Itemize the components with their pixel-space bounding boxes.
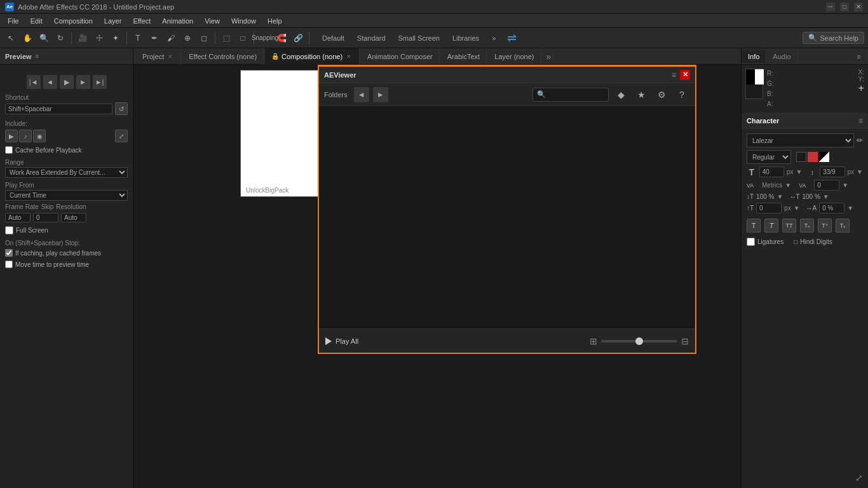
puppet-tool[interactable]: ✦ [109,31,123,45]
menu-effect[interactable]: Effect [128,16,156,26]
workspace-overflow[interactable]: » [488,33,499,43]
shortcut-reset[interactable]: ↺ [115,102,128,115]
move-time-checkbox[interactable] [5,261,13,268]
tracking-field[interactable]: 0 % [819,203,844,214]
prev-frame-btn[interactable]: ◄ [43,75,57,89]
style-bold[interactable]: T [747,219,761,233]
fr-val-zero[interactable]: 0 [33,213,58,222]
hand-tool[interactable]: ✋ [20,31,34,45]
hscale-dropdown[interactable]: ▼ [823,193,829,200]
size-slider[interactable] [601,340,677,342]
aeviewer-diamond-icon[interactable]: ◆ [613,86,629,103]
play-from-select[interactable]: Current Time [5,190,128,201]
range-select[interactable]: Work Area Extended By Current... [5,167,128,178]
menu-view[interactable]: View [200,16,225,26]
baseline-dropdown[interactable]: ▼ [794,205,800,212]
tab-effect-controls[interactable]: Effect Controls (none) [182,48,264,65]
style-italic[interactable]: T [764,219,778,233]
lock-icon[interactable]: 🔗 [291,31,305,45]
ligatures-checkbox[interactable] [747,238,755,246]
aeviewer-back-btn[interactable]: ◄ [354,87,369,102]
menu-file[interactable]: File [3,16,24,26]
style-super[interactable]: Tˣ [818,219,832,233]
mask-tool[interactable]: ⬚ [219,31,233,45]
menu-edit[interactable]: Edit [25,16,48,26]
maximize-button[interactable]: □ [840,3,849,11]
tab-project-close[interactable]: ✕ [166,53,174,60]
tab-composition[interactable]: 🔒 Composition (none) ✕ [265,48,360,65]
font-style-select[interactable]: Regular [747,150,791,164]
step-back-btn[interactable]: |◄ [27,75,41,89]
style-sub[interactable]: Tᵧ [836,219,850,233]
color-swatch-dark[interactable] [796,152,806,162]
kerning-field[interactable]: 0 [814,180,839,191]
workspace-small-screen[interactable]: Small Screen [395,33,444,43]
search-help-box[interactable]: 🔍 Search Help [803,32,864,44]
select-tool[interactable]: ↖ [4,31,18,45]
aeviewer-gear-icon[interactable]: ⚙ [653,86,670,103]
aeviewer-menu[interactable]: ≡ [672,71,676,79]
if-caching-checkbox[interactable] [5,249,13,257]
aeviewer-help-icon[interactable]: ? [674,86,690,103]
snapping-btn[interactable]: Snapping [258,31,272,45]
aeviewer-close-btn[interactable]: ✕ [680,70,690,80]
size-dropdown-btn[interactable]: ▼ [796,168,803,175]
pen-tool[interactable]: ✒ [147,31,161,45]
play-all-button[interactable]: Play All [325,337,358,345]
shortcut-input[interactable]: Shift+Spacebar ↺ [5,102,128,115]
fr-val-auto2[interactable]: Auto [61,213,86,222]
next-frame-btn[interactable]: ► [76,75,90,89]
include-expand[interactable]: ⤢ [115,130,128,142]
titlebar-controls[interactable]: ─ □ ✕ [826,3,863,11]
clone-tool[interactable]: ⊕ [180,31,194,45]
eraser-tool[interactable]: ◻ [197,31,211,45]
cache-checkbox-row[interactable]: Cache Before Playback [5,146,128,154]
menu-animation[interactable]: Animation [157,16,198,26]
aeviewer-search[interactable]: 🔍 [532,88,609,102]
menu-layer[interactable]: Layer [99,16,127,26]
tab-audio[interactable]: Audio [766,50,797,63]
cache-checkbox[interactable] [5,146,13,154]
leading-dropdown[interactable]: ▼ [857,168,863,175]
tab-animation-composer[interactable]: Animation Composer [361,48,440,65]
shortcut-field[interactable]: Shift+Spacebar [5,104,112,114]
include-video[interactable]: ▶ [5,130,18,142]
close-button[interactable]: ✕ [854,3,863,11]
switch-btn[interactable]: ⇌ [507,31,517,45]
include-overlay[interactable]: ◉ [33,130,46,142]
play-btn[interactable]: ▶ [60,75,74,89]
h-scale-field[interactable]: 100 % [802,193,820,200]
tab-info[interactable]: Info [742,50,766,63]
move-time-row[interactable]: Move time to preview time [5,261,128,268]
tab-overflow[interactable]: » [543,51,555,62]
step-fwd-btn[interactable]: ►| [93,75,107,89]
preview-menu-icon[interactable]: ≡ [36,53,39,60]
char-menu-btn[interactable]: ≡ [858,116,863,125]
kerning-dropdown[interactable]: ▼ [842,182,848,189]
vscale-dropdown[interactable]: ▼ [776,193,783,200]
aeviewer-fwd-btn[interactable]: ► [373,87,388,102]
magnet-icon[interactable]: 🧲 [275,31,288,45]
brush-tool[interactable]: 🖌 [164,31,178,45]
workspace-default[interactable]: Default [318,33,348,43]
zoom-tool[interactable]: 🔍 [37,31,51,45]
workspace-libraries[interactable]: Libraries [449,33,483,43]
color-swatch-red[interactable] [808,152,818,162]
shape-tool[interactable]: □ [236,31,250,45]
text-tool[interactable]: T [131,31,145,45]
tab-layer[interactable]: Layer (none) [488,48,541,65]
style-allcaps[interactable]: TT [782,219,796,233]
fr-val-auto[interactable]: Auto [5,213,31,222]
aeviewer-star-icon[interactable]: ★ [633,86,649,103]
baseline-field[interactable]: 0 [756,203,782,214]
add-icon[interactable]: + [858,83,864,94]
leading-field[interactable]: 33/9 [820,166,844,177]
font-select[interactable]: Lalezar [747,133,854,147]
color-swatch-mixed[interactable] [819,152,829,162]
menu-window[interactable]: Window [226,16,261,26]
font-size-field[interactable]: 40 [759,166,784,177]
tracking-dropdown[interactable]: ▼ [847,205,853,212]
pan-tool[interactable]: ☩ [92,31,106,45]
v-scale-field[interactable]: 100 % [756,193,774,200]
camera-tool[interactable]: 🎥 [76,31,90,45]
